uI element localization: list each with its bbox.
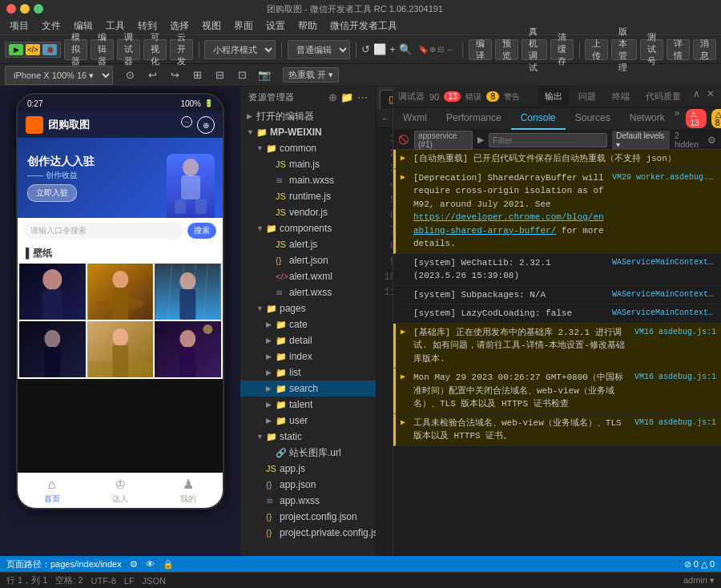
refresh-btn[interactable]: ↺ xyxy=(361,39,370,60)
tree-alert-js[interactable]: JS alert.js xyxy=(240,236,376,252)
close-button[interactable] xyxy=(6,4,16,14)
menu-interface[interactable]: 界面 xyxy=(228,18,260,34)
filter-gear-icon[interactable]: ⚙ xyxy=(707,135,716,146)
tree-pages[interactable]: ▼ 📁 pages xyxy=(240,300,376,316)
cache-btn[interactable]: 清缓存 xyxy=(550,39,574,60)
tree-vendor-js[interactable]: JS vendor.js xyxy=(240,204,376,220)
toolbar-icon-2[interactable]: ↩ xyxy=(142,65,163,86)
toolbar-icon-1[interactable]: ⊙ xyxy=(119,65,140,86)
tree-index[interactable]: ▶ 📁 index xyxy=(240,348,376,364)
tab-app-json[interactable]: {} app.json ✕ xyxy=(380,90,393,109)
open-editors-section[interactable]: ▶ 打开的编辑器 xyxy=(240,108,376,124)
edit-mode-select[interactable]: 普通编辑 xyxy=(288,40,350,59)
debug-tab-terminal[interactable]: 终端 xyxy=(606,88,636,106)
preview-btn[interactable]: 预览 xyxy=(495,39,518,60)
tree-alert-json[interactable]: {} alert.json xyxy=(240,252,376,268)
tab-network[interactable]: Network xyxy=(620,107,675,130)
menu-view[interactable]: 视图 xyxy=(195,18,228,34)
grid-item-5[interactable] xyxy=(87,321,154,377)
status-settings-icon[interactable]: ⚙ xyxy=(130,559,138,570)
menu-devtools[interactable]: 微信开发者工具 xyxy=(324,18,404,34)
mode-select[interactable]: 小程序模式 xyxy=(204,40,276,59)
collapse-icon[interactable]: ⋯ xyxy=(357,91,369,103)
debug-tab-problem[interactable]: 问题 xyxy=(572,88,602,106)
default-levels-tag[interactable]: Default levels ▾ xyxy=(612,131,670,150)
tab-sources[interactable]: Sources xyxy=(566,107,620,130)
compile-btn[interactable]: 编译 xyxy=(469,39,492,60)
cloud-btn[interactable]: 云开发 xyxy=(170,39,193,60)
console-filter-input[interactable] xyxy=(489,133,607,147)
tree-talent[interactable]: ▶ 📁 talent xyxy=(240,397,376,413)
add-btn[interactable]: + xyxy=(389,39,396,60)
tree-detail[interactable]: ▶ 📁 detail xyxy=(240,332,376,348)
toolbar-icon-5[interactable]: ⊟ xyxy=(209,65,230,86)
grid-item-2[interactable] xyxy=(87,264,154,320)
project-root[interactable]: ▼ 📁 MP-WEIXIN xyxy=(240,124,376,140)
debug-tab-code[interactable]: 代码质量 xyxy=(639,88,687,106)
grid-item-6[interactable] xyxy=(155,321,221,377)
tree-alert-wxml[interactable]: </> alert.wxml xyxy=(240,268,376,284)
tabs-more[interactable]: » xyxy=(675,107,680,130)
real-btn[interactable]: 真机调试 xyxy=(522,39,547,60)
stop-btn[interactable]: ⬜ xyxy=(373,39,386,60)
code-editor[interactable]: 1 { 2 "pages": [ 3 "pages/index/index", … xyxy=(377,128,393,556)
editor-btn[interactable]: 编辑器 xyxy=(91,39,114,60)
action-dot-1[interactable]: ··· xyxy=(181,116,192,127)
tree-runtime-js[interactable]: JS runtime.js xyxy=(240,188,376,204)
toolbar-icon-7[interactable]: 📷 xyxy=(254,65,275,86)
detail-btn[interactable]: 详情 xyxy=(667,39,690,60)
tree-url[interactable]: 🔗 站长图库.url xyxy=(240,445,376,461)
device-select[interactable]: iPhone X 100% 16 ▾ xyxy=(5,66,113,85)
tab-performance[interactable]: Performance xyxy=(437,107,511,130)
grid-item-1[interactable] xyxy=(19,264,86,320)
msg-btn[interactable]: 消息 xyxy=(693,39,716,60)
tree-cate[interactable]: ▶ 📁 cate xyxy=(240,316,376,332)
new-folder-icon[interactable]: 📁 xyxy=(340,91,354,103)
back-btn[interactable]: ← xyxy=(381,114,390,123)
tree-main-js[interactable]: JS main.js xyxy=(240,156,376,172)
tree-components[interactable]: ▼ 📁 components xyxy=(240,220,376,236)
minimize-button[interactable] xyxy=(20,4,30,14)
phone-search-btn[interactable]: 搜索 xyxy=(187,223,216,239)
hot-reload-btn[interactable]: 热重载 开 ▾ xyxy=(283,67,339,83)
tree-list[interactable]: ▶ 📁 list xyxy=(240,364,376,381)
maximize-button[interactable] xyxy=(34,4,43,14)
version-btn[interactable]: 版本管理 xyxy=(611,39,637,60)
menu-help[interactable]: 帮助 xyxy=(292,18,324,34)
nav-profile[interactable]: ♟ 我的 xyxy=(180,477,196,505)
tree-app-json[interactable]: {} app.json xyxy=(240,477,376,493)
tree-alert-wxss[interactable]: ≋ alert.wxss xyxy=(240,284,376,300)
tab-console[interactable]: Console xyxy=(511,107,566,130)
toolbar-icon-3[interactable]: ↪ xyxy=(164,65,185,86)
nav-talent[interactable]: ♔ 达人 xyxy=(112,477,128,505)
toolbar-icon-6[interactable]: ⊡ xyxy=(232,65,252,86)
menu-file[interactable]: 文件 xyxy=(35,18,67,34)
tree-static[interactable]: ▼ 📁 static xyxy=(240,429,376,445)
appservice-selector[interactable]: appservice (#1) xyxy=(414,131,473,150)
menu-project[interactable]: 项目 xyxy=(3,18,35,34)
visual-btn[interactable]: 可视化 xyxy=(143,39,167,60)
menu-settings[interactable]: 设置 xyxy=(260,18,292,34)
debug-tab-active[interactable]: 输出 xyxy=(538,88,569,106)
grid-item-4[interactable] xyxy=(19,321,86,377)
grid-item-3[interactable] xyxy=(155,264,221,320)
devtools-close-btn[interactable]: ∧ xyxy=(691,88,702,99)
devtools-x-btn[interactable]: ✕ xyxy=(705,88,716,99)
tree-project-private[interactable]: {} project.private.config.json xyxy=(240,525,376,541)
tree-main-wxss[interactable]: ≋ main.wxss xyxy=(240,172,376,188)
deprecation-link[interactable]: https://developer.chrome.com/blog/enabli… xyxy=(413,212,604,236)
tree-user[interactable]: ▶ 📁 user xyxy=(240,413,376,429)
tree-project-config[interactable]: {} project.config.json xyxy=(240,509,376,525)
tree-search[interactable]: ▶ 📁 search xyxy=(240,381,376,397)
nav-home[interactable]: ⌂ 首页 xyxy=(44,477,60,505)
tab-wxml[interactable]: Wxml xyxy=(393,107,437,130)
tree-app-js[interactable]: JS app.js xyxy=(240,461,376,477)
status-view-icon[interactable]: 👁 xyxy=(146,559,155,569)
explorer-actions[interactable]: ⊕ 📁 ⋯ xyxy=(328,91,369,103)
tree-common[interactable]: ▼ 📁 common xyxy=(240,140,376,156)
banner-cta[interactable]: 立即入驻 xyxy=(27,184,77,202)
simulator-btn[interactable]: 模拟器 xyxy=(64,39,87,60)
test-btn[interactable]: 测试号 xyxy=(640,39,663,60)
action-dot-2[interactable]: ⊕ xyxy=(197,116,215,134)
tree-app-wxss[interactable]: ≋ app.wxss xyxy=(240,493,376,509)
